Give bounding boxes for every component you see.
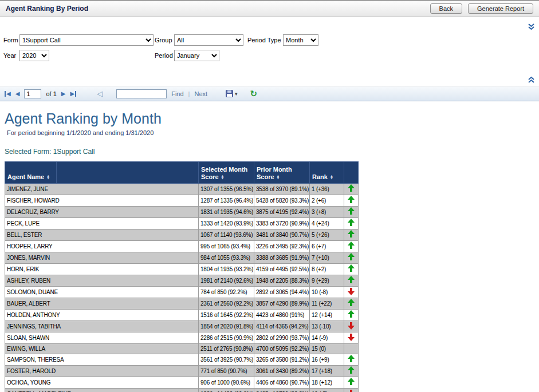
- generate-report-button[interactable]: Generate Report: [468, 3, 533, 14]
- column-header-agent-name[interactable]: Agent Name: [5, 162, 57, 184]
- table-row: JONES, MARVIN 984 of 1055 (93.3%) 3388 o…: [5, 252, 359, 264]
- last-page-icon[interactable]: [70, 91, 76, 97]
- rank-cell: 11 (+22): [310, 298, 344, 310]
- rank-cell: 6 (+7): [310, 241, 344, 252]
- trend-cell: [344, 275, 359, 287]
- prior-month-score-cell: 3061 of 3430 (89.2%): [254, 366, 310, 377]
- header-buttons: Back Generate Report: [430, 3, 533, 14]
- next-link[interactable]: Next: [194, 90, 207, 97]
- export-button[interactable]: [226, 90, 238, 97]
- selected-month-score-cell: 1333 of 1420 (93.9%): [199, 218, 254, 229]
- page-title: Agent Ranking By Period: [6, 5, 88, 13]
- back-button[interactable]: Back: [430, 3, 462, 14]
- page-number-input[interactable]: [24, 89, 41, 98]
- selected-month-score-cell: 771 of 850 (90.7%): [199, 366, 254, 377]
- table-row: EWING, WILLA 2511 of 2765 (90.8%) 4700 o…: [5, 344, 359, 354]
- rank-up-icon: [348, 264, 355, 272]
- table-header-row: Agent Name Selected Month Score Prior Mo…: [5, 162, 359, 184]
- find-text-input[interactable]: [116, 89, 167, 98]
- table-row: BELL, ESTER 1067 of 1140 (93.6%) 3481 of…: [5, 229, 359, 241]
- selected-month-score-cell: 1286 of 1420 (90.6%): [199, 389, 254, 392]
- selected-month-score-cell: 2361 of 2560 (92.2%): [199, 298, 254, 310]
- table-row: ASHLEY, RUBEN 1981 of 2140 (92.6%) 1948 …: [5, 275, 359, 287]
- trend-cell: [344, 310, 359, 321]
- export-caret-icon: [235, 91, 238, 97]
- prior-month-score-cell: 4406 of 4860 (90.7%): [254, 377, 310, 389]
- prior-month-score-cell: 2892 of 3065 (94.4%): [254, 287, 310, 298]
- rank-up-icon: [348, 230, 355, 238]
- rank-cell: 15 (0): [310, 344, 344, 354]
- rank-cell: 4 (+24): [310, 218, 344, 229]
- trend-cell: [344, 366, 359, 377]
- page-count-label: of 1: [46, 90, 56, 97]
- rank-down-icon: [348, 389, 355, 392]
- prior-month-score-cell: 4159 of 4495 (92.5%): [254, 264, 310, 275]
- rank-down-icon: [348, 333, 355, 341]
- selected-month-score-cell: 2511 of 2765 (90.8%): [199, 344, 254, 354]
- prior-month-score-cell: 3875 of 4195 (92.4%): [254, 207, 310, 218]
- back-to-parent-icon[interactable]: [97, 89, 103, 98]
- rank-cell: 17 (+18): [310, 366, 344, 377]
- prior-month-score-cell: 3481 of 3840 (90.7%): [254, 229, 310, 241]
- column-header-prior-month-score[interactable]: Prior Month Score: [254, 162, 310, 184]
- prior-month-score-cell: 3383 of 3720 (90.9%): [254, 218, 310, 229]
- selected-month-score-cell: 1307 of 1355 (96.5%): [199, 184, 254, 195]
- period-type-select[interactable]: Month: [283, 34, 318, 46]
- column-header-selected-month-score[interactable]: Selected Month Score: [199, 162, 254, 184]
- rank-up-icon: [348, 219, 355, 227]
- header-bar: Agent Ranking By Period Back Generate Re…: [0, 0, 539, 17]
- column-header-trend: [344, 162, 359, 184]
- table-row: FOSTER, HAROLD 771 of 850 (90.7%) 3061 o…: [5, 366, 359, 377]
- selected-month-score-cell: 1854 of 2020 (91.8%): [199, 321, 254, 332]
- selected-month-score-cell: 995 of 1065 (93.4%): [199, 241, 254, 252]
- table-body: JIMENEZ, JUNE 1307 of 1355 (96.5%) 3538 …: [5, 184, 359, 392]
- sort-icon: [331, 175, 333, 179]
- column-header-blank: [57, 162, 199, 184]
- agent-name-cell: BELL, ESTER: [5, 229, 199, 241]
- year-select[interactable]: 2020: [19, 50, 49, 61]
- rank-up-icon: [348, 378, 355, 386]
- rank-up-icon: [348, 196, 355, 204]
- rank-up-icon: [348, 355, 355, 363]
- rank-cell: 3 (+8): [310, 207, 344, 218]
- first-page-icon[interactable]: [5, 91, 11, 97]
- agent-name-cell: SOLOMON, DUANE: [5, 287, 199, 298]
- next-page-icon[interactable]: [61, 91, 66, 97]
- trend-cell: [344, 377, 359, 389]
- refresh-icon[interactable]: [250, 90, 258, 98]
- table-row: HOOPER, LARRY 995 of 1065 (93.4%) 3226 o…: [5, 241, 359, 252]
- group-select[interactable]: All: [174, 34, 243, 46]
- rank-up-icon: [348, 276, 355, 284]
- find-link[interactable]: Find: [171, 90, 183, 97]
- trend-cell: [344, 344, 359, 354]
- trend-cell: [344, 264, 359, 275]
- agent-name-cell: JENNINGS, TABITHA: [5, 321, 199, 332]
- trend-cell: [344, 241, 359, 252]
- agent-name-cell: HOLDEN, ANTHONY: [5, 310, 199, 321]
- form-select[interactable]: 1Support Call: [19, 34, 154, 46]
- trend-cell: [344, 218, 359, 229]
- agent-name-cell: OCHOA, YOUNG: [5, 377, 199, 389]
- rank-cell: 2 (+6): [310, 195, 344, 207]
- period-select[interactable]: January: [174, 50, 219, 61]
- agent-name-cell: HORN, ERIK: [5, 264, 199, 275]
- rank-up-icon: [348, 366, 355, 374]
- agent-name-cell: EWING, WILLA: [5, 344, 199, 354]
- rank-up-icon: [348, 310, 355, 318]
- selected-form-text: Selected Form: 1Support Call: [5, 148, 539, 156]
- trend-cell: [344, 298, 359, 310]
- collapse-toolbar-button[interactable]: [526, 75, 536, 84]
- column-header-rank[interactable]: Rank: [310, 162, 344, 184]
- agent-name-cell: FISCHER, HOWARD: [5, 195, 199, 207]
- prev-page-icon[interactable]: [15, 91, 20, 97]
- table-row: FISCHER, HOWARD 1287 of 1335 (96.4%) 542…: [5, 195, 359, 207]
- period-label: Period: [155, 52, 173, 59]
- sort-icon: [222, 175, 224, 179]
- selected-month-score-cell: 784 of 850 (92.2%): [199, 287, 254, 298]
- trend-cell: [344, 184, 359, 195]
- table-row: PECK, LUPE 1333 of 1420 (93.9%) 3383 of …: [5, 218, 359, 229]
- prior-month-score-cell: 3265 of 3580 (91.2%): [254, 354, 310, 366]
- rank-cell: 18 (+12): [310, 377, 344, 389]
- year-label: Year: [3, 52, 16, 59]
- trend-cell: [344, 354, 359, 366]
